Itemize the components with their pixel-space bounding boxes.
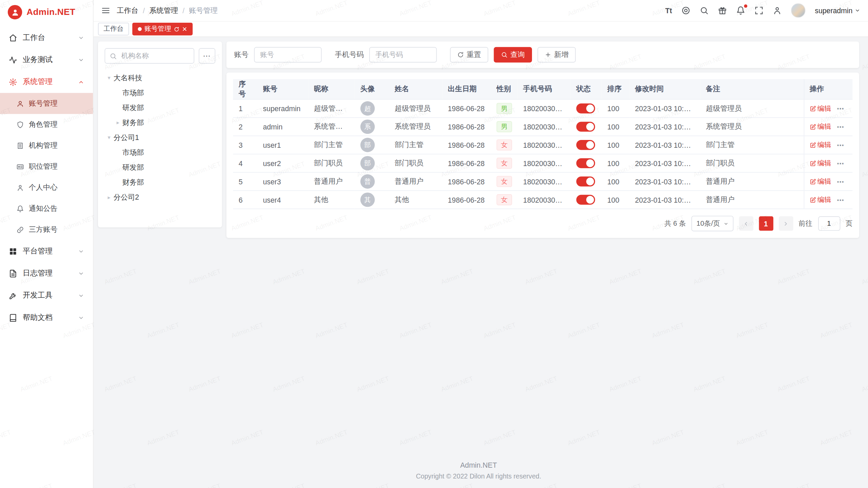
org-search-input[interactable]: [120, 52, 189, 60]
tree-node[interactable]: 研发部: [105, 100, 216, 115]
tree-node[interactable]: ▾分公司1: [105, 130, 216, 145]
tab-bar: 工作台 账号管理: [94, 22, 868, 37]
org-search-box[interactable]: [105, 48, 194, 64]
edit-icon: [810, 179, 816, 185]
next-page-button[interactable]: [778, 216, 793, 230]
more-actions-button[interactable]: ⋯: [837, 123, 845, 131]
gift-icon[interactable]: [718, 6, 727, 15]
caret-down-icon[interactable]: ▾: [105, 135, 114, 141]
chevron-down-icon: [78, 248, 84, 254]
status-toggle[interactable]: [576, 177, 595, 186]
sidebar-item-personal-center[interactable]: 个人中心: [0, 177, 93, 198]
page-size-select[interactable]: 10条/页: [691, 216, 733, 231]
add-button[interactable]: 新增: [537, 47, 576, 63]
tree-node[interactable]: 财务部: [105, 175, 216, 190]
goto-page-input[interactable]: [818, 216, 840, 230]
id-card-icon: [17, 163, 24, 170]
account-table: 序号 账号 昵称 头像 姓名 出生日期 性别 手机号码 状态 排序: [233, 79, 852, 209]
table-row: 4 user2 部门职员 部 部门职员 1986-06-28 女 1802003…: [233, 154, 852, 172]
status-toggle[interactable]: [576, 103, 595, 113]
goto-label: 前往: [798, 219, 812, 228]
phone-label: 手机号码: [335, 50, 364, 60]
edit-button[interactable]: 编辑: [810, 104, 831, 113]
edit-button[interactable]: 编辑: [810, 122, 831, 131]
tree-node[interactable]: 市场部: [105, 85, 216, 100]
breadcrumb-item[interactable]: 工作台: [117, 5, 138, 15]
sidebar-item-log-management[interactable]: 日志管理: [0, 262, 93, 284]
fullscreen-icon[interactable]: [754, 6, 763, 15]
caret-right-icon[interactable]: ▸: [114, 120, 122, 126]
gender-badge: 男: [496, 121, 512, 133]
notification-bell-icon[interactable]: [736, 6, 745, 15]
hamburger-menu-icon[interactable]: [101, 6, 110, 15]
tree-node[interactable]: ▾大名科技: [105, 70, 216, 85]
sidebar-item-role-management[interactable]: 角色管理: [0, 114, 93, 135]
plus-icon: [545, 52, 552, 58]
add-label: 新增: [554, 50, 568, 60]
tree-node[interactable]: ▸财务部: [105, 115, 216, 130]
sidebar-item-label: 帮助文档: [23, 312, 73, 322]
edit-button[interactable]: 编辑: [810, 195, 831, 205]
refresh-icon[interactable]: [174, 26, 179, 32]
top-bar: 工作台 / 系统管理 / 账号管理 Tt superadmin: [94, 0, 868, 22]
more-actions-button[interactable]: ⋯: [837, 104, 845, 113]
search-icon[interactable]: [700, 6, 709, 15]
more-actions-button[interactable]: ⋯: [837, 159, 845, 167]
sidebar-item-account-management[interactable]: 账号管理: [0, 93, 93, 114]
footer-copyright: Copyright © 2022 Dilon All rights reserv…: [98, 472, 859, 480]
toggle-knob: [586, 178, 594, 185]
tree-node[interactable]: 研发部: [105, 160, 216, 175]
sidebar-item-third-party-account[interactable]: 三方账号: [0, 219, 93, 240]
status-toggle[interactable]: [576, 140, 595, 150]
page-number-button[interactable]: 1: [759, 216, 773, 230]
more-actions-button[interactable]: ⋯: [837, 196, 845, 204]
sidebar-item-position-management[interactable]: 职位管理: [0, 156, 93, 177]
wrench-icon: [9, 291, 17, 300]
cell-index: 5: [233, 172, 257, 191]
edit-button[interactable]: 编辑: [810, 159, 831, 168]
more-actions-button[interactable]: ⋯: [837, 141, 845, 149]
user-menu[interactable]: superadmin: [815, 6, 860, 15]
caret-down-icon[interactable]: ▾: [105, 75, 114, 81]
status-toggle[interactable]: [576, 158, 595, 168]
tab-workbench[interactable]: 工作台: [98, 23, 129, 36]
search-button[interactable]: 查询: [494, 47, 532, 63]
font-size-icon[interactable]: Tt: [665, 6, 672, 15]
reset-button[interactable]: 重置: [450, 47, 488, 63]
status-toggle[interactable]: [576, 195, 595, 205]
sidebar-item-business-test[interactable]: 业务测试: [0, 49, 93, 71]
edit-icon: [810, 105, 816, 111]
account-input[interactable]: [254, 47, 321, 63]
close-icon[interactable]: [182, 26, 187, 32]
logo[interactable]: Admin.NET: [0, 0, 93, 24]
sidebar-item-label: 工作台: [23, 33, 73, 42]
sidebar-item-workbench[interactable]: 工作台: [0, 26, 93, 48]
prev-page-button[interactable]: [739, 216, 753, 230]
breadcrumb-item[interactable]: 系统管理: [149, 5, 178, 15]
edit-button[interactable]: 编辑: [810, 140, 831, 150]
tab-account-management[interactable]: 账号管理: [132, 23, 193, 36]
caret-right-icon[interactable]: ▸: [105, 194, 114, 200]
sidebar-item-platform-management[interactable]: 平台管理: [0, 240, 93, 262]
tree-node[interactable]: ▸分公司2: [105, 190, 216, 205]
edit-button[interactable]: 编辑: [810, 177, 831, 186]
sidebar-item-notice-announcement[interactable]: 通知公告: [0, 198, 93, 219]
col-header: 昵称: [308, 79, 355, 99]
more-actions-button[interactable]: ⋯: [837, 177, 845, 185]
gender-badge: 女: [496, 139, 512, 150]
tree-node[interactable]: 市场部: [105, 145, 216, 160]
sidebar-item-org-management[interactable]: 机构管理: [0, 135, 93, 156]
theme-icon[interactable]: [682, 6, 690, 15]
sidebar-item-system-management[interactable]: 系统管理: [0, 71, 93, 93]
sidebar-item-dev-tools[interactable]: 开发工具: [0, 284, 93, 306]
cell-modified-time: 2023-01-03 10:59:44: [629, 154, 700, 172]
edit-icon: [810, 160, 816, 166]
avatar[interactable]: [791, 3, 805, 18]
file-text-icon: [9, 269, 17, 277]
org-more-button[interactable]: ⋯: [199, 48, 215, 64]
status-toggle[interactable]: [576, 122, 595, 131]
user-icon[interactable]: [773, 6, 782, 15]
account-table-panel: 序号 账号 昵称 头像 姓名 出生日期 性别 手机号码 状态 排序: [226, 73, 859, 238]
sidebar-item-help-docs[interactable]: 帮助文档: [0, 306, 93, 328]
phone-input[interactable]: [369, 47, 437, 63]
